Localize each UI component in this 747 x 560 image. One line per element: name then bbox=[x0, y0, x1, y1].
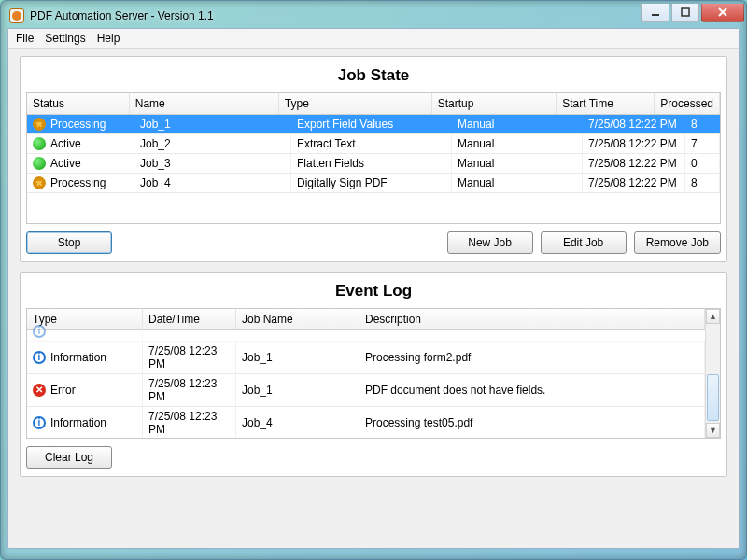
job-state-heading: Job State bbox=[21, 57, 726, 92]
window-title: PDF Automation Server - Version 1.1 bbox=[30, 9, 214, 22]
scroll-track[interactable] bbox=[706, 324, 720, 423]
maximize-button[interactable] bbox=[671, 4, 699, 22]
info-icon: i bbox=[33, 351, 46, 364]
app-icon bbox=[9, 8, 24, 23]
table-row[interactable]: ✕Error7/25/08 12:23 PMJob_1PDF document … bbox=[27, 374, 705, 407]
table-row[interactable]: iInformation7/25/08 12:23 PMJob_1Process… bbox=[27, 342, 705, 374]
col-log-jobname[interactable]: Job Name bbox=[236, 309, 359, 329]
gear-icon bbox=[33, 176, 46, 189]
col-startup[interactable]: Startup bbox=[432, 93, 557, 114]
log-grid-body: iInformation7/25/08 12:23 PMJob_1Process… bbox=[27, 342, 705, 438]
menu-file[interactable]: File bbox=[16, 32, 34, 45]
active-icon bbox=[33, 137, 46, 150]
stop-button[interactable]: Stop bbox=[26, 231, 112, 254]
scroll-up-icon[interactable]: ▲ bbox=[706, 309, 720, 324]
gear-icon bbox=[33, 118, 46, 131]
col-name[interactable]: Name bbox=[130, 93, 279, 114]
job-grid-header: Status Name Type Startup Start Time Proc… bbox=[27, 93, 720, 115]
log-row-cutoff: i bbox=[27, 330, 705, 342]
app-window: PDF Automation Server - Version 1.1 File… bbox=[0, 0, 747, 560]
minimize-button[interactable] bbox=[641, 4, 669, 22]
col-processed[interactable]: Processed bbox=[655, 93, 720, 114]
close-button[interactable] bbox=[701, 4, 744, 22]
table-row[interactable]: ProcessingJob_1Export Field ValuesManual… bbox=[27, 115, 720, 134]
scroll-thumb[interactable] bbox=[707, 374, 719, 421]
job-grid-body: ProcessingJob_1Export Field ValuesManual… bbox=[27, 115, 720, 193]
clear-log-button[interactable]: Clear Log bbox=[26, 446, 112, 469]
vertical-scrollbar[interactable]: ▲ ▼ bbox=[705, 309, 720, 438]
svg-rect-1 bbox=[682, 8, 689, 16]
table-row[interactable]: ProcessingJob_4Digitally Sign PDFManual7… bbox=[27, 174, 720, 193]
info-icon: i bbox=[33, 325, 46, 338]
scroll-down-icon[interactable]: ▼ bbox=[706, 423, 720, 438]
table-row[interactable]: ActiveJob_2Extract TextManual7/25/08 12:… bbox=[27, 134, 720, 154]
table-row[interactable]: iInformation7/25/08 12:23 PMJob_4Process… bbox=[27, 407, 705, 438]
log-grid: Type Date/Time Job Name Description i iI… bbox=[26, 308, 721, 439]
remove-job-button[interactable]: Remove Job bbox=[634, 231, 721, 254]
menubar: File Settings Help bbox=[8, 29, 739, 49]
col-starttime[interactable]: Start Time bbox=[557, 93, 655, 114]
table-row[interactable]: ActiveJob_3Flatten FieldsManual7/25/08 1… bbox=[27, 154, 720, 174]
error-icon: ✕ bbox=[33, 384, 46, 397]
col-type[interactable]: Type bbox=[279, 93, 432, 114]
event-log-panel: Event Log Type Date/Time Job Name Descri… bbox=[20, 272, 727, 477]
job-grid: Status Name Type Startup Start Time Proc… bbox=[26, 92, 721, 224]
info-icon: i bbox=[33, 416, 46, 429]
col-log-description[interactable]: Description bbox=[359, 309, 705, 329]
menu-settings[interactable]: Settings bbox=[45, 32, 85, 45]
titlebar[interactable]: PDF Automation Server - Version 1.1 bbox=[7, 7, 740, 28]
event-log-heading: Event Log bbox=[21, 273, 726, 308]
new-job-button[interactable]: New Job bbox=[447, 231, 533, 254]
menu-help[interactable]: Help bbox=[97, 32, 120, 45]
client-area: File Settings Help Job State Status Name… bbox=[7, 28, 740, 549]
col-log-datetime[interactable]: Date/Time bbox=[143, 309, 236, 329]
active-icon bbox=[33, 157, 46, 170]
job-state-panel: Job State Status Name Type Startup Start… bbox=[20, 56, 727, 262]
col-status[interactable]: Status bbox=[27, 93, 130, 114]
edit-job-button[interactable]: Edit Job bbox=[541, 231, 627, 254]
